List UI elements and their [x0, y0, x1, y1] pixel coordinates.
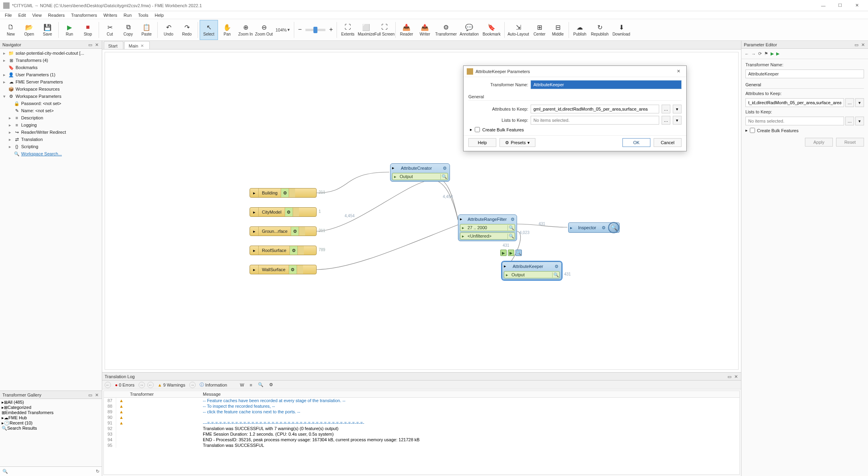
menu-view[interactable]: View [29, 12, 45, 18]
gallery-item[interactable]: ⊞Embedded Transformers [2, 410, 100, 415]
panel-undock-button[interactable]: ▭ [854, 42, 859, 48]
minimize-button[interactable]: — [815, 1, 831, 10]
input-port[interactable]: ▸ [392, 165, 398, 171]
ellipsis-button[interactable]: … [845, 117, 854, 125]
nav-item[interactable]: 🔍Workspace Search... [2, 150, 100, 157]
dialog-bulk-checkbox[interactable] [475, 127, 480, 132]
reader-building[interactable]: ▸ Building ⚙ 211 [250, 188, 317, 198]
navigator-tree[interactable]: ▸📁solar-potential-city-model-cutout [...… [0, 49, 102, 391]
panel-undock-button[interactable]: ▭ [87, 42, 93, 48]
tool-annotation[interactable]: 💬Annotation [458, 20, 480, 40]
nav-item[interactable]: ✎Name: <not set> [2, 107, 100, 114]
gear-icon[interactable]: ⚙ [281, 188, 289, 197]
output-port-unfiltered[interactable]: ▸<Unfiltered>🔍 [460, 232, 515, 240]
presets-button[interactable]: ⚙Presets▾ [499, 138, 535, 147]
tool-new[interactable]: 🗋New [2, 20, 20, 40]
log-row[interactable]: 94END - ProcessID: 35216, peak process m… [104, 437, 739, 442]
nav-item[interactable]: ▸≡Description [2, 114, 100, 121]
menu-writers[interactable]: Writers [100, 12, 121, 18]
log-row[interactable]: 88▲-- To inspect the recorded features, … [104, 403, 739, 409]
lists-keep-input[interactable] [745, 117, 844, 125]
expand-icon[interactable]: ▸ [745, 128, 748, 133]
reader-expand-icon[interactable]: ▸ [250, 265, 259, 274]
flag-icon[interactable]: ⚑ [764, 51, 768, 56]
log-row[interactable]: 93FME Session Duration: 1.2 seconds. (CP… [104, 431, 739, 437]
back-icon[interactable]: ← [745, 52, 749, 56]
tool-middle[interactable]: ⊟Middle [549, 20, 567, 40]
zoom-slider[interactable] [305, 29, 325, 31]
log-row[interactable]: 91▲---=-=-=-=-=-=-=-=-=-=-=-=-=-=-=-=-=-… [104, 420, 739, 426]
transformer-attributekeeper[interactable]: ▸AttributeKeeper⚙ ▸Output🔍 [502, 262, 562, 280]
tool-redo[interactable]: ↷Redo [178, 20, 196, 40]
tool-run[interactable]: ▶Run [60, 20, 79, 40]
panel-close-button[interactable]: ✕ [733, 374, 739, 379]
gallery-search-input[interactable] [10, 469, 93, 474]
gear-icon[interactable]: ⚙ [289, 265, 297, 274]
nav-item[interactable]: ▸👤User Parameters (1) [2, 71, 100, 78]
tool-download[interactable]: ⬇Download [610, 20, 632, 40]
tool-cut[interactable]: ✂Cut [101, 20, 119, 40]
dialog-attrs-input[interactable] [531, 105, 659, 113]
gear-icon[interactable]: ⚙ [510, 216, 515, 222]
reader-citymodel[interactable]: ▸ CityModel ⚙ 1 [250, 207, 317, 217]
reader-wallsurface[interactable]: ▸ WallSurface ⚙ [250, 265, 317, 274]
reset-button[interactable]: Reset [836, 138, 864, 147]
tool-center[interactable]: ⊞Center [530, 20, 549, 40]
run-from-icon[interactable]: ▶ [500, 250, 507, 256]
cache-icon[interactable]: 🔍 [507, 225, 515, 230]
output-port[interactable]: ▸Output🔍 [392, 173, 448, 180]
zoom-percent[interactable]: 104%▾ [273, 27, 292, 32]
dialog-lists-input[interactable] [531, 116, 659, 125]
transformer-attributecreator[interactable]: ▸AttributeCreator⚙ ▸Output🔍 [390, 163, 450, 182]
tab-main[interactable]: Main✕ [124, 41, 150, 49]
menu-file[interactable]: File [2, 12, 15, 18]
cancel-button[interactable]: Cancel [654, 138, 682, 147]
info-filter[interactable]: ⓘInformation [198, 381, 229, 388]
run-to-icon[interactable]: ▶ [776, 51, 779, 56]
panel-undock-button[interactable]: ▭ [87, 392, 93, 398]
gear-icon[interactable]: ⚙ [442, 165, 448, 171]
tool-select[interactable]: ↖Select [200, 20, 218, 40]
menu-edit[interactable]: Edit [15, 12, 29, 18]
log-row[interactable]: 92Translation was SUCCESSFUL with 7 warn… [104, 426, 739, 431]
tree-twisty-icon[interactable]: ▸ [3, 58, 8, 63]
gear-icon[interactable]: ⚙ [553, 263, 560, 270]
attrs-keep-input[interactable] [745, 98, 844, 107]
tool-maximize[interactable]: ⬜Maximize [357, 20, 375, 40]
expand-icon[interactable]: ▸ [470, 127, 472, 132]
tree-twisty-icon[interactable]: ▸ [9, 144, 14, 149]
panel-close-button[interactable]: ✕ [94, 42, 99, 48]
ellipsis-button[interactable]: … [845, 98, 854, 107]
gallery-item[interactable]: ▸☁FME Hub [2, 415, 100, 420]
tool-zoomin[interactable]: ⊕Zoom In [236, 20, 255, 40]
dialog-close-button[interactable]: ✕ [674, 69, 683, 74]
close-button[interactable]: ✕ [849, 1, 865, 10]
gear-icon[interactable]: ⚙ [285, 208, 293, 216]
errors-filter[interactable]: ●0 Errors [113, 382, 136, 388]
menu-transformers[interactable]: Transformers [68, 12, 100, 18]
nav-item[interactable]: ▸☁FME Server Parameters [2, 78, 100, 85]
panel-undock-button[interactable]: ▭ [727, 374, 732, 379]
prev-warn-button[interactable]: ← [147, 382, 154, 388]
tool-slider-right[interactable]: + [327, 20, 335, 40]
tree-twisty-icon[interactable]: ▸ [9, 115, 14, 121]
panel-close-button[interactable]: ✕ [860, 42, 866, 48]
gallery-item[interactable]: ▸⊞Categorized [2, 405, 100, 410]
reader-port[interactable] [293, 208, 299, 216]
log-tool-list[interactable]: ≡ [248, 382, 254, 388]
run-to-icon[interactable]: ▶ [508, 250, 514, 256]
ellipsis-button[interactable]: … [662, 105, 670, 113]
reader-expand-icon[interactable]: ▸ [250, 208, 259, 216]
nav-item[interactable]: 🔖Bookmarks [2, 64, 100, 71]
ok-button[interactable]: OK [622, 138, 650, 147]
tab-start[interactable]: Start [104, 41, 123, 49]
forward-icon[interactable]: → [751, 52, 756, 56]
nav-item[interactable]: 📦Workspace Resources [2, 85, 100, 93]
menu-run[interactable]: Run [121, 12, 135, 18]
tree-twisty-icon[interactable]: ▾ [3, 94, 8, 99]
log-tool-word[interactable]: W [238, 382, 246, 388]
tool-autolayout[interactable]: ⇲Auto-Layout [506, 20, 530, 40]
nav-item[interactable]: ▸⇄Translation [2, 136, 100, 143]
reader-port[interactable] [299, 227, 305, 236]
tree-twisty-icon[interactable]: ▸ [3, 51, 8, 56]
